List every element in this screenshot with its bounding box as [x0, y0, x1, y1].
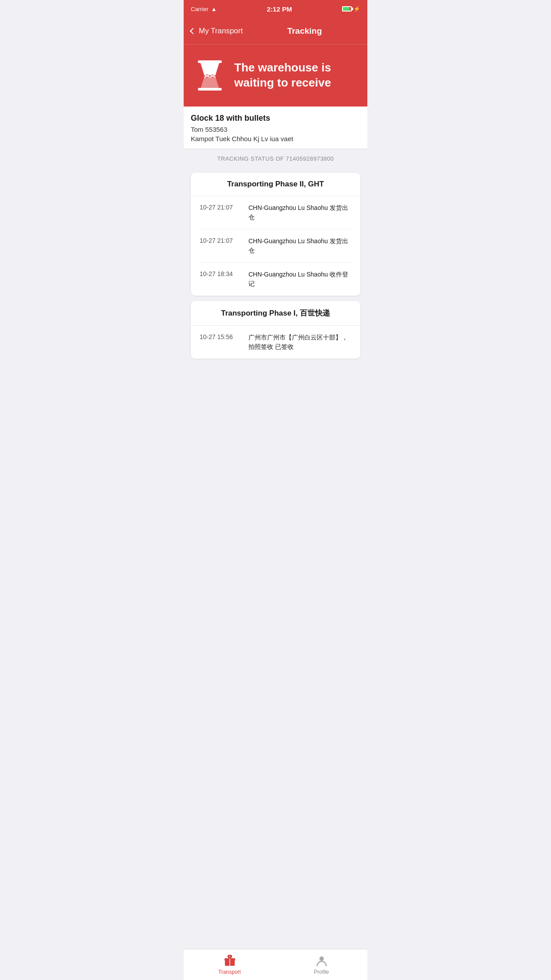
tracking-card-1: Transporting Phase I, 百世快递10-27 15:56广州市…	[191, 301, 360, 359]
status-bar-right: ⚡	[342, 6, 360, 12]
tracking-event: 10-27 15:56广州市广州市【广州白云区十部】，拍照签收 已签收	[200, 326, 351, 359]
event-desc: CHN-Guangzhou Lu Shaohu 发货出仓	[248, 203, 351, 222]
tracking-events-0: 10-27 21:07CHN-Guangzhou Lu Shaohu 发货出仓1…	[191, 196, 360, 296]
tracking-event: 10-27 18:34CHN-Guangzhou Lu Shaohu 收件登记	[200, 263, 351, 296]
svg-rect-1	[198, 88, 222, 91]
status-bar-time: 2:12 PM	[267, 5, 292, 13]
nav-bar: My Transport Tracking	[184, 18, 367, 44]
bolt-icon: ⚡	[354, 6, 360, 12]
chevron-left-icon	[190, 28, 196, 34]
tracking-events-1: 10-27 15:56广州市广州市【广州白云区十部】，拍照签收 已签收	[191, 326, 360, 359]
event-time: 10-27 21:07	[200, 237, 240, 244]
package-name: Glock 18 with bullets	[191, 114, 360, 123]
svg-rect-0	[198, 60, 222, 63]
event-time: 10-27 15:56	[200, 333, 240, 340]
status-banner: The warehouse is waiting to receive	[184, 44, 367, 107]
hourglass-icon	[194, 58, 225, 93]
card-header-1: Transporting Phase I, 百世快递	[191, 301, 360, 326]
status-text: The warehouse is waiting to receive	[234, 60, 357, 91]
battery-icon	[342, 6, 352, 12]
package-info: Glock 18 with bullets Tom 553563 Kampot …	[184, 107, 367, 149]
event-desc: CHN-Guangzhou Lu Shaohu 发货出仓	[248, 237, 351, 255]
page-title: Tracking	[267, 26, 342, 36]
tracking-cards: Transporting Phase II, GHT10-27 21:07CHN…	[184, 168, 367, 399]
wifi-icon: ▲	[211, 6, 217, 12]
status-bar-left: Carrier ▲	[191, 6, 217, 12]
package-recipient: Tom 553563	[191, 126, 360, 133]
tracking-id-label: TRACKING STATUS OF 71405928973800	[217, 155, 334, 162]
event-time: 10-27 18:34	[200, 270, 240, 277]
back-label: My Transport	[199, 27, 243, 36]
back-button[interactable]: My Transport	[191, 27, 267, 36]
package-address: Kampot Tuek Chhou Kj Lv iua vaet	[191, 135, 360, 142]
tracking-event: 10-27 21:07CHN-Guangzhou Lu Shaohu 发货出仓	[200, 229, 351, 263]
tracking-card-0: Transporting Phase II, GHT10-27 21:07CHN…	[191, 173, 360, 296]
event-desc: 广州市广州市【广州白云区十部】，拍照签收 已签收	[248, 333, 351, 352]
card-header-0: Transporting Phase II, GHT	[191, 173, 360, 196]
status-bar: Carrier ▲ 2:12 PM ⚡	[184, 0, 367, 18]
tracking-event: 10-27 21:07CHN-Guangzhou Lu Shaohu 发货出仓	[200, 196, 351, 229]
event-time: 10-27 21:07	[200, 203, 240, 211]
tracking-id-bar: TRACKING STATUS OF 71405928973800	[184, 149, 367, 168]
carrier-label: Carrier	[191, 6, 209, 12]
event-desc: CHN-Guangzhou Lu Shaohu 收件登记	[248, 270, 351, 288]
